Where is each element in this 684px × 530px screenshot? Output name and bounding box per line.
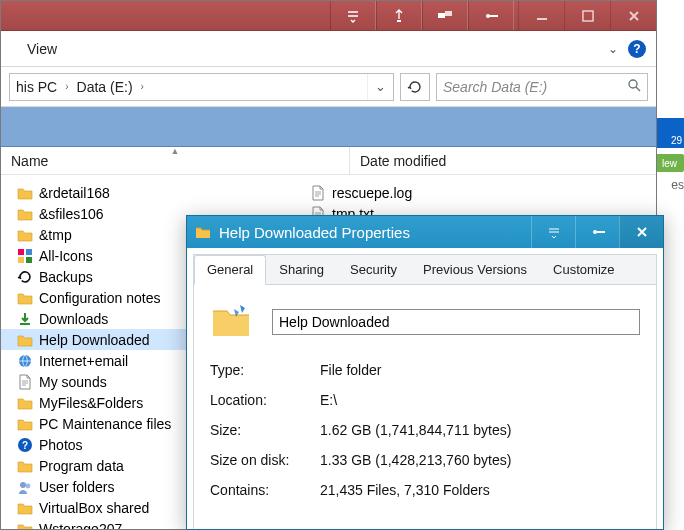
svg-rect-2 — [445, 11, 452, 16]
minimize-button[interactable] — [518, 1, 564, 30]
folder-name-input[interactable] — [272, 309, 640, 335]
svg-point-17 — [593, 230, 597, 234]
search-box[interactable] — [436, 73, 648, 101]
list-item-label: Help Downloaded — [39, 332, 150, 348]
value-contains: 21,435 Files, 7,310 Folders — [320, 482, 640, 498]
folder-icon — [17, 416, 33, 432]
list-item-label: Downloads — [39, 311, 108, 327]
help-icon[interactable]: ? — [628, 40, 646, 58]
folder-icon — [17, 500, 33, 516]
qat-btn-4[interactable] — [468, 1, 514, 30]
tab-sharing[interactable]: Sharing — [266, 255, 337, 284]
list-item-label: &rdetail168 — [39, 185, 110, 201]
list-item-label: Photos — [39, 437, 83, 453]
refresh-button[interactable] — [400, 73, 430, 101]
folder-icon — [17, 290, 33, 306]
tab-customize[interactable]: Customize — [540, 255, 627, 284]
doc-icon — [310, 185, 326, 201]
list-item-label: My sounds — [39, 374, 107, 390]
list-item-label: Internet+email — [39, 353, 128, 369]
list-item-label: Program data — [39, 458, 124, 474]
value-type: File folder — [320, 362, 640, 378]
column-header-date[interactable]: Date modified — [349, 147, 656, 174]
folder-icon — [17, 395, 33, 411]
folder-icon — [17, 206, 33, 222]
props-btn-a[interactable] — [531, 216, 575, 248]
value-size: 1.62 GB (1,741,844,711 bytes) — [320, 422, 640, 438]
folder-icon — [17, 185, 33, 201]
label-location: Location: — [210, 392, 320, 408]
address-bar-row: his PC › Data (E:) › ⌄ — [1, 67, 656, 107]
list-item-label: User folders — [39, 479, 114, 495]
quick-access-toolbar — [330, 1, 514, 30]
list-item-label: Wstorage207 — [39, 521, 122, 530]
value-location: E:\ — [320, 392, 640, 408]
value-size-on-disk: 1.33 GB (1,428,213,760 bytes) — [320, 452, 640, 468]
big-folder-icon — [210, 299, 252, 344]
properties-title-text: Help Downloaded Properties — [219, 224, 410, 241]
svg-point-6 — [629, 80, 637, 88]
doc-icon — [17, 374, 33, 390]
list-item-label: rescuepe.log — [332, 185, 412, 201]
address-dropdown-icon[interactable]: ⌄ — [367, 74, 393, 100]
qat-btn-3[interactable] — [422, 1, 468, 30]
svg-point-16 — [26, 483, 31, 488]
props-btn-b[interactable] — [575, 216, 619, 248]
svg-rect-9 — [18, 257, 24, 263]
ribbon-expand-icon[interactable]: ⌄ — [608, 42, 618, 56]
folder-icon — [17, 227, 33, 243]
svg-rect-11 — [20, 323, 30, 325]
label-contains: Contains: — [210, 482, 320, 498]
side-text-fragment: es — [671, 178, 684, 192]
qat-btn-2[interactable] — [376, 1, 422, 30]
label-size-on-disk: Size on disk: — [210, 452, 320, 468]
list-item-label: PC Maintenance files — [39, 416, 171, 432]
globe-icon — [17, 353, 33, 369]
tab-security[interactable]: Security — [337, 255, 410, 284]
explorer-titlebar[interactable] — [1, 1, 656, 31]
svg-rect-7 — [18, 249, 24, 255]
breadcrumb-sep-icon[interactable]: › — [63, 81, 70, 92]
svg-rect-10 — [26, 257, 32, 263]
folder-icon — [195, 224, 211, 240]
close-button[interactable] — [610, 1, 656, 30]
svg-rect-1 — [438, 13, 445, 18]
properties-dialog: Help Downloaded Properties GeneralSharin… — [186, 215, 664, 530]
list-item-label: Configuration notes — [39, 290, 160, 306]
svg-point-15 — [20, 482, 26, 488]
folder-icon — [17, 521, 33, 530]
list-item[interactable]: rescuepe.log — [306, 182, 656, 203]
properties-tabstrip: GeneralSharingSecurityPrevious VersionsC… — [194, 255, 656, 285]
svg-rect-0 — [397, 20, 401, 22]
breadcrumb-sep-icon[interactable]: › — [139, 81, 146, 92]
column-header-name[interactable]: ▲ Name — [1, 147, 349, 174]
search-icon[interactable] — [627, 78, 641, 95]
svg-point-3 — [486, 14, 490, 18]
ribbon-tab-view[interactable]: View — [27, 41, 57, 57]
breadcrumb-part-0[interactable]: his PC — [10, 79, 63, 95]
breadcrumb-part-1[interactable]: Data (E:) — [71, 79, 139, 95]
svg-rect-8 — [26, 249, 32, 255]
tab-previous-versions[interactable]: Previous Versions — [410, 255, 540, 284]
photos-icon: ? — [17, 437, 33, 453]
label-size: Size: — [210, 422, 320, 438]
maximize-button[interactable] — [564, 1, 610, 30]
tab-general[interactable]: General — [194, 255, 266, 285]
search-input[interactable] — [443, 79, 613, 95]
qat-btn-1[interactable] — [330, 1, 376, 30]
properties-titlebar[interactable]: Help Downloaded Properties — [187, 216, 663, 248]
list-item-label: &sfiles106 — [39, 206, 104, 222]
list-item-label: VirtualBox shared — [39, 500, 149, 516]
allicons-icon — [17, 248, 33, 264]
list-item-label: All-Icons — [39, 248, 93, 264]
folder-icon — [17, 332, 33, 348]
refresh-icon — [17, 269, 33, 285]
list-item[interactable]: &rdetail168 — [1, 182, 306, 203]
sort-asc-icon: ▲ — [171, 146, 180, 156]
label-type: Type: — [210, 362, 320, 378]
columns-header: ▲ Name Date modified — [1, 147, 656, 175]
list-item-label: Backups — [39, 269, 93, 285]
breadcrumb[interactable]: his PC › Data (E:) › ⌄ — [9, 73, 394, 101]
side-new-badge: lew — [655, 154, 684, 172]
properties-close-button[interactable] — [619, 216, 663, 248]
